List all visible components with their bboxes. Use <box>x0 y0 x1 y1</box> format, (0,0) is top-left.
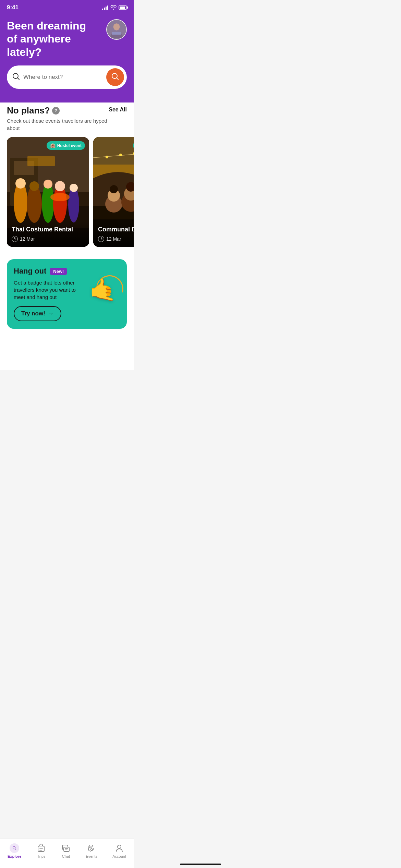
svg-rect-2 <box>112 32 121 34</box>
svg-point-40 <box>110 185 118 193</box>
status-time: 9:41 <box>7 4 19 11</box>
event-card-2-title: Communal Dinner <box>98 226 134 233</box>
clock-icon-1 <box>12 236 18 242</box>
svg-point-14 <box>42 183 54 223</box>
svg-point-19 <box>70 184 78 192</box>
event-card-1-bottom: Thai Costume Rental 12 Mar <box>7 222 89 247</box>
hangout-title: Hang out <box>14 267 46 276</box>
wifi-icon <box>110 5 117 11</box>
svg-point-11 <box>15 178 26 189</box>
try-now-label: Try now! <box>21 310 45 317</box>
battery-icon <box>119 5 127 10</box>
svg-point-28 <box>119 154 122 156</box>
search-button[interactable] <box>106 68 124 86</box>
search-bar[interactable]: Where to next? <box>7 65 127 89</box>
no-plans-subtitle: Check out these events travellers are hy… <box>7 117 109 132</box>
svg-point-27 <box>106 156 108 158</box>
clock-icon-2 <box>98 236 104 242</box>
event-card-2[interactable]: 🏨 Hostel event Communal Dinner 12 Mar <box>93 137 134 247</box>
page-title: Been dreaming of anywhere lately? <box>7 19 89 59</box>
try-now-arrow: → <box>48 310 54 317</box>
event-card-1[interactable]: 🏨 Hostel event Thai Costume Rental 12 Ma… <box>7 137 89 247</box>
user-avatar[interactable] <box>106 19 127 40</box>
hand-emoji: 🤙 <box>89 279 120 301</box>
svg-point-13 <box>29 181 39 191</box>
see-all-button[interactable]: See All <box>109 105 127 113</box>
search-button-icon <box>111 73 119 82</box>
svg-rect-22 <box>27 156 55 166</box>
new-badge: New! <box>50 268 67 275</box>
event-card-2-date: 12 Mar <box>98 236 134 242</box>
hangout-banner: Hang out New! Get a badge that lets othe… <box>7 259 127 329</box>
events-scroll[interactable]: 🏨 Hostel event Thai Costume Rental 12 Ma… <box>0 137 134 251</box>
event-card-2-bottom: Communal Dinner 12 Mar <box>93 222 134 247</box>
event-tag-1: 🏨 Hostel event <box>47 141 85 150</box>
building-icon-1: 🏨 <box>50 143 56 148</box>
avatar-image <box>107 20 126 39</box>
hang-loose-icon: 🤙 <box>89 279 120 310</box>
header-section: Been dreaming of anywhere lately? Where … <box>0 14 134 103</box>
signal-icon <box>102 5 108 10</box>
svg-point-20 <box>50 193 70 201</box>
status-icons <box>102 5 127 11</box>
header-top: Been dreaming of anywhere lately? <box>7 19 127 59</box>
svg-point-18 <box>68 187 79 222</box>
search-input[interactable]: Where to next? <box>23 74 103 81</box>
hangout-content: Hang out New! Get a badge that lets othe… <box>14 267 85 321</box>
svg-point-1 <box>113 23 120 31</box>
event-card-1-date: 12 Mar <box>12 236 84 242</box>
hangout-title-row: Hang out New! <box>14 267 85 276</box>
try-now-button[interactable]: Try now! → <box>14 306 61 321</box>
scroll-wrapper: No plans? ? Check out these events trave… <box>7 105 127 370</box>
svg-point-17 <box>55 181 65 191</box>
help-icon[interactable]: ? <box>52 107 60 114</box>
no-plans-title-area: No plans? ? Check out these events trave… <box>7 105 109 132</box>
svg-point-15 <box>44 180 52 189</box>
hangout-description: Get a badge that lets other travellers k… <box>14 279 85 301</box>
event-card-1-title: Thai Costume Rental <box>12 226 84 233</box>
search-left-icon <box>12 73 20 82</box>
main-content: No plans? ? Check out these events trave… <box>0 96 134 370</box>
no-plans-section-header: No plans? ? Check out these events trave… <box>7 105 127 132</box>
status-bar: 9:41 <box>0 0 134 14</box>
no-plans-title: No plans? ? <box>7 105 109 116</box>
